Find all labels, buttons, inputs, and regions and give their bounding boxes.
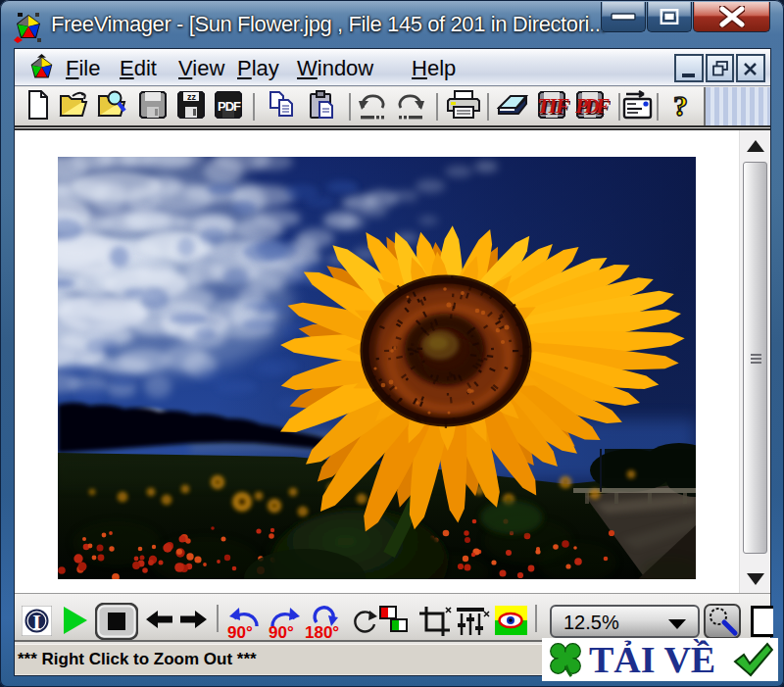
svg-text:?: ? [673,90,688,122]
svg-text:90°: 90° [227,623,253,641]
svg-text:I: I [32,610,41,634]
svg-text:90°: 90° [269,623,294,641]
svg-text:180°: 180° [305,623,339,641]
svg-text:PDF: PDF [575,94,610,118]
svg-text:zz: zz [187,92,197,102]
svg-text:PDF: PDF [218,99,241,114]
svg-text:TIF: TIF [537,94,569,118]
